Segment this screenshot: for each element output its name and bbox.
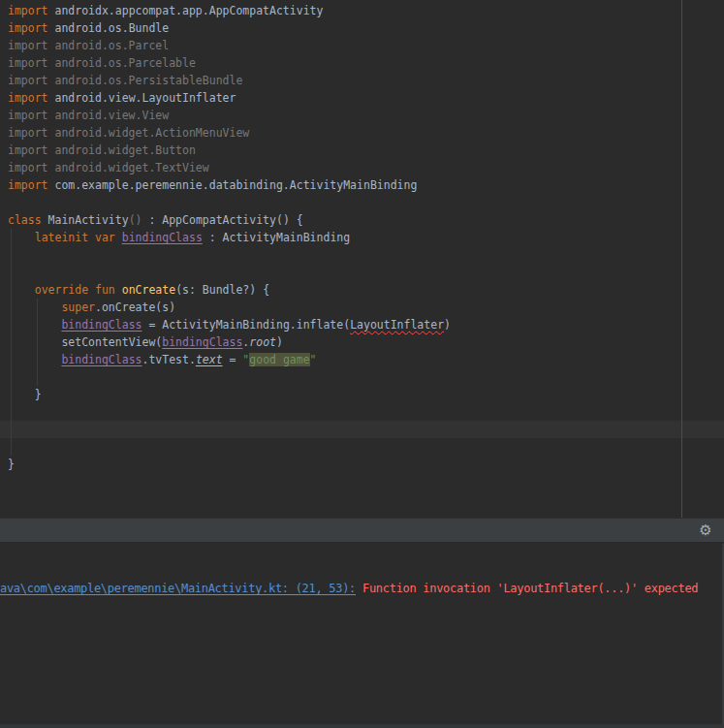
code-editor[interactable]: import androidx.appcompat.app.AppCompatA… xyxy=(0,0,724,518)
code-line xyxy=(0,264,724,281)
code-line: import android.os.Bundle xyxy=(0,19,724,37)
gear-icon: ⚙ xyxy=(699,522,711,539)
code-line: super.onCreate(s) xyxy=(0,299,724,316)
code-line xyxy=(0,368,724,386)
code-line xyxy=(0,491,724,508)
error-console: ava\com\example\peremennie\MainActivity.… xyxy=(0,544,724,728)
code-line: import android.os.PersistableBundle xyxy=(0,72,724,89)
code-line: } xyxy=(0,456,724,473)
code-line: import android.view.View xyxy=(0,107,724,124)
code-line xyxy=(0,246,724,264)
code-line: } xyxy=(0,386,724,403)
error-message: Function invocation 'LayoutInflater(...)… xyxy=(362,582,698,595)
code-line: import android.widget.Button xyxy=(0,142,724,159)
code-area: import androidx.appcompat.app.AppCompatA… xyxy=(0,2,724,508)
code-line: lateinit var bindingClass : ActivityMain… xyxy=(0,229,724,246)
code-line: import com.example.peremennie.databindin… xyxy=(0,176,724,194)
code-line: override fun onCreate(s: Bundle?) { xyxy=(0,281,724,299)
code-line: bindingClass = ActivityMainBinding.infla… xyxy=(0,316,724,333)
code-line: setContentView(bindingClass.root) xyxy=(0,333,724,351)
error-file-link[interactable]: ava\com\example\peremennie\MainActivity.… xyxy=(0,582,356,595)
error-row: ava\com\example\peremennie\MainActivity.… xyxy=(0,579,724,597)
code-line: import android.widget.TextView xyxy=(0,159,724,176)
code-line: class MainActivity() : AppCompatActivity… xyxy=(0,211,724,229)
code-line xyxy=(0,194,724,211)
code-line: import android.os.Parcelable xyxy=(0,54,724,72)
bottom-status-strip xyxy=(0,724,724,728)
code-line xyxy=(0,421,724,438)
code-line: import android.os.Parcel xyxy=(0,37,724,54)
code-line: import androidx.appcompat.app.AppCompatA… xyxy=(0,2,724,19)
code-line: import android.view.LayoutInflater xyxy=(0,89,724,107)
code-line: import android.widget.ActionMenuView xyxy=(0,124,724,142)
console-toolbar: ⚙ xyxy=(0,518,724,543)
code-line xyxy=(0,438,724,456)
code-line xyxy=(0,473,724,491)
code-line: bindingClass.tvTest.text = "good game" xyxy=(0,351,724,368)
code-line xyxy=(0,403,724,421)
settings-gear-button[interactable]: ⚙ xyxy=(695,520,716,541)
